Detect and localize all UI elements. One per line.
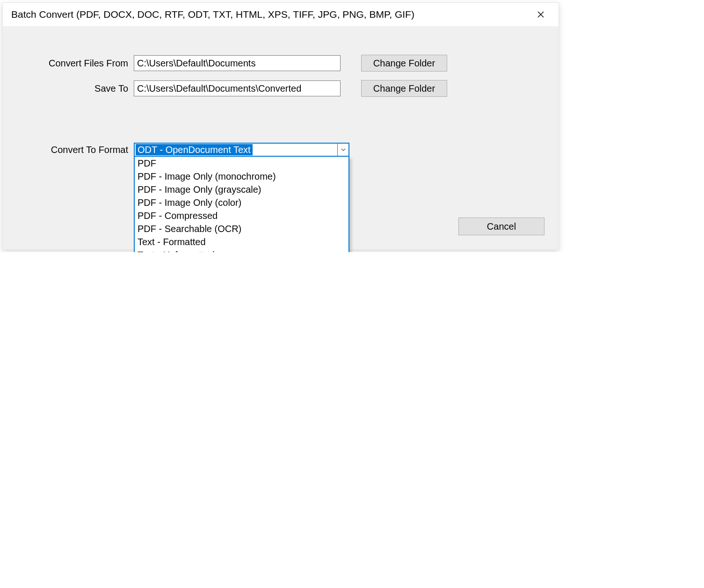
combobox-arrow-button[interactable]	[337, 144, 348, 156]
format-dropdown-list[interactable]: PDFPDF - Image Only (monochrome)PDF - Im…	[134, 157, 349, 252]
format-combobox[interactable]: ODT - OpenDocument Text	[134, 143, 349, 157]
save-to-row: Save To Change Folder	[12, 80, 549, 97]
format-selected-wrap: ODT - OpenDocument Text	[135, 144, 337, 156]
convert-from-row: Convert Files From Change Folder	[12, 55, 549, 72]
convert-format-label: Convert To Format	[12, 145, 134, 155]
format-selected-value: ODT - OpenDocument Text	[136, 144, 253, 155]
cancel-button[interactable]: Cancel	[458, 218, 544, 235]
format-option[interactable]: Text - Unformatted	[135, 248, 348, 252]
format-option[interactable]: PDF - Compressed	[135, 209, 348, 222]
close-button[interactable]	[531, 7, 550, 22]
change-folder-to-button[interactable]: Change Folder	[361, 80, 447, 97]
change-folder-from-button[interactable]: Change Folder	[361, 55, 447, 72]
format-option[interactable]: PDF - Image Only (color)	[135, 196, 348, 209]
convert-format-row: Convert To Format ODT - OpenDocument Tex…	[12, 143, 549, 157]
format-option[interactable]: PDF - Image Only (grayscale)	[135, 183, 348, 196]
format-option[interactable]: PDF - Image Only (monochrome)	[135, 170, 348, 183]
chevron-down-icon	[341, 148, 346, 151]
save-to-label: Save To	[12, 83, 134, 94]
format-option[interactable]: PDF	[135, 157, 348, 170]
save-to-input[interactable]	[134, 80, 341, 96]
convert-from-label: Convert Files From	[12, 58, 134, 69]
format-combo-wrapper: ODT - OpenDocument Text PDFPDF - Image O…	[134, 143, 349, 157]
titlebar: Batch Convert (PDF, DOCX, DOC, RTF, ODT,…	[3, 3, 559, 27]
close-icon	[537, 11, 544, 18]
format-option[interactable]: PDF - Searchable (OCR)	[135, 222, 348, 235]
dialog-title: Batch Convert (PDF, DOCX, DOC, RTF, ODT,…	[11, 9, 414, 20]
spacer	[12, 105, 549, 143]
batch-convert-dialog: Batch Convert (PDF, DOCX, DOC, RTF, ODT,…	[2, 2, 559, 250]
format-option[interactable]: Text - Formatted	[135, 235, 348, 248]
dialog-content: Convert Files From Change Folder Save To…	[3, 27, 559, 249]
convert-from-input[interactable]	[134, 55, 341, 71]
